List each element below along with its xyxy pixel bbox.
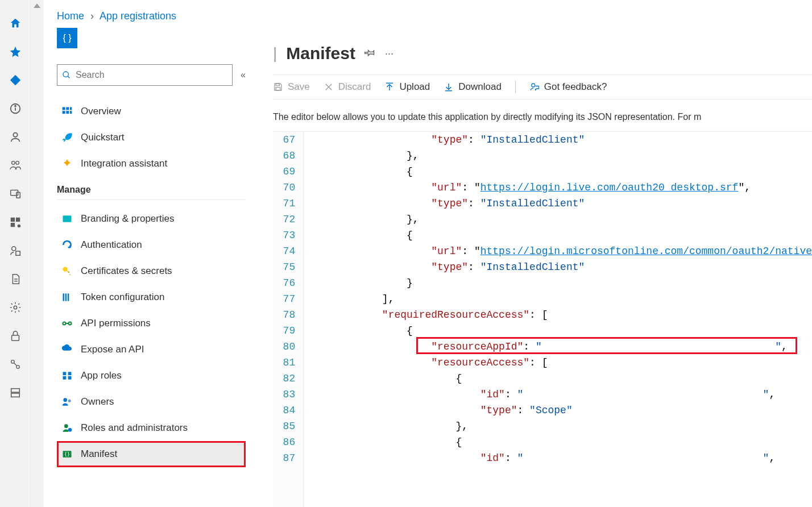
svg-rect-10 (10, 223, 14, 227)
code-line[interactable]: { (308, 227, 812, 243)
svg-rect-20 (11, 389, 19, 392)
roles-icon[interactable] (9, 244, 22, 257)
code-line[interactable]: "resourceAppId": " ", (308, 339, 812, 355)
sidebar-item-branding-properties[interactable]: Branding & properties (57, 206, 246, 232)
code-line[interactable]: }, (308, 211, 812, 227)
svg-point-36 (69, 322, 72, 325)
sidebar-item-owners[interactable]: Owners (57, 389, 246, 415)
upload-label: Upload (399, 81, 430, 93)
sidebar-item-expose-an-api[interactable]: Expose an API (57, 336, 246, 363)
code-line[interactable]: { (308, 434, 812, 450)
svg-point-3 (13, 133, 17, 137)
svg-rect-26 (70, 107, 72, 110)
star-icon[interactable] (9, 45, 22, 58)
hybrid-icon[interactable] (9, 358, 22, 371)
code-line[interactable]: }, (308, 148, 812, 164)
code-line[interactable]: }, (308, 418, 812, 434)
svg-rect-38 (63, 372, 67, 375)
sidebar-item-overview[interactable]: Overview (57, 98, 246, 124)
roles-and-administrators-icon (61, 422, 73, 434)
sidebar-item-api-permissions[interactable]: API permissions (57, 310, 246, 336)
feedback-button[interactable]: Got feedback? (529, 81, 607, 93)
svg-rect-49 (276, 88, 280, 90)
sidebar-item-token-configuration[interactable]: Token configuration (57, 284, 246, 310)
svg-point-43 (68, 400, 71, 402)
main-panel: | Manifest ··· Save Discard Uplo (252, 28, 812, 507)
sidebar-item-authentication[interactable]: Authentication (57, 232, 246, 258)
sidebar-item-label: App roles (81, 370, 122, 381)
sidebar-item-label: API permissions (81, 318, 151, 329)
devices-icon[interactable] (9, 188, 22, 200)
documents-icon[interactable] (9, 273, 22, 285)
sidebar-item-roles-and-administrators[interactable]: Roles and administrators (57, 415, 246, 441)
collapse-sidebar-button[interactable]: « (241, 70, 246, 80)
breadcrumb-home[interactable]: Home (57, 10, 84, 22)
server-icon[interactable] (9, 387, 22, 399)
left-icon-rail (0, 0, 31, 507)
sidebar-item-app-roles[interactable]: App roles (57, 363, 246, 389)
sidebar-item-label: Roles and administrators (81, 422, 188, 434)
svg-point-44 (64, 424, 68, 428)
apps-icon[interactable] (9, 216, 22, 228)
home-icon[interactable] (9, 17, 22, 30)
app-roles-icon (61, 370, 73, 381)
code-line[interactable]: ], (308, 291, 812, 307)
breadcrumb: Home › App registrations (43, 0, 812, 28)
code-line[interactable]: { (308, 164, 812, 180)
chevron-right-icon: › (90, 10, 94, 22)
svg-point-11 (17, 225, 20, 228)
sidebar-item-quickstart[interactable]: Quickstart (57, 124, 246, 151)
code-line[interactable]: "resourceAccess": [ (308, 355, 812, 371)
code-line[interactable]: "id": " ", (308, 387, 812, 402)
title-row: | Manifest ··· (273, 28, 812, 74)
svg-rect-30 (63, 215, 72, 222)
code-line[interactable]: { (308, 371, 812, 387)
expose-an-api-icon (61, 344, 73, 355)
sidebar-item-certificates-secrets[interactable]: Certificates & secrets (57, 258, 246, 284)
diamond-icon[interactable] (9, 74, 22, 86)
code-line[interactable]: "id": " ", (308, 450, 812, 466)
upload-button[interactable]: Upload (384, 81, 430, 93)
svg-rect-17 (11, 335, 19, 340)
breadcrumb-app-registrations[interactable]: App registrations (100, 10, 176, 22)
discard-button[interactable]: Discard (324, 81, 371, 93)
save-button[interactable]: Save (273, 81, 310, 93)
code-line[interactable]: "requiredResourceAccess": [ (308, 307, 812, 323)
json-editor[interactable]: 6768697071727374757677787980818283848586… (273, 131, 812, 507)
sidebar-item-integration-assistant[interactable]: Integration assistant (57, 151, 246, 177)
person-icon[interactable] (9, 131, 22, 143)
code-line[interactable]: "url": "https://login.microsoftonline.co… (308, 243, 812, 259)
lock-icon[interactable] (9, 330, 22, 342)
code-line[interactable]: { (308, 323, 812, 339)
code-line[interactable]: "type": "Scope" (308, 402, 812, 418)
settings-icon[interactable] (9, 301, 22, 314)
sidebar-item-label: Manifest (81, 448, 117, 460)
search-input[interactable] (76, 70, 227, 80)
sidebar-item-label: Integration assistant (81, 158, 167, 169)
svg-rect-25 (66, 107, 69, 110)
integration-assistant-icon (61, 158, 73, 169)
svg-point-56 (532, 84, 535, 87)
svg-point-16 (14, 306, 17, 309)
svg-rect-29 (70, 111, 72, 114)
code-area[interactable]: "type": "InstalledClient" }, { "url": "h… (304, 132, 812, 507)
download-button[interactable]: Download (444, 81, 502, 93)
code-line[interactable]: "type": "InstalledClient" (308, 132, 812, 148)
code-line[interactable]: "type": "InstalledClient" (308, 259, 812, 275)
code-line[interactable]: "type": "InstalledClient" (308, 196, 812, 211)
groups-icon[interactable] (9, 159, 22, 172)
code-line[interactable]: } (308, 275, 812, 291)
search-box[interactable] (57, 64, 233, 86)
certificates-secrets-icon (61, 265, 73, 277)
svg-point-4 (11, 161, 14, 165)
sidebar-item-manifest[interactable]: {}Manifest (57, 441, 246, 467)
code-line[interactable]: "url": "https://login.live.com/oauth20_d… (308, 180, 812, 196)
svg-point-35 (63, 322, 66, 325)
scroll-indicator[interactable] (31, 0, 43, 507)
svg-rect-48 (276, 84, 279, 86)
more-icon[interactable]: ··· (385, 48, 393, 60)
svg-line-23 (68, 76, 69, 78)
sidebar-item-label: Authentication (81, 239, 142, 251)
info-icon[interactable] (9, 102, 22, 115)
pin-icon[interactable] (364, 47, 376, 61)
